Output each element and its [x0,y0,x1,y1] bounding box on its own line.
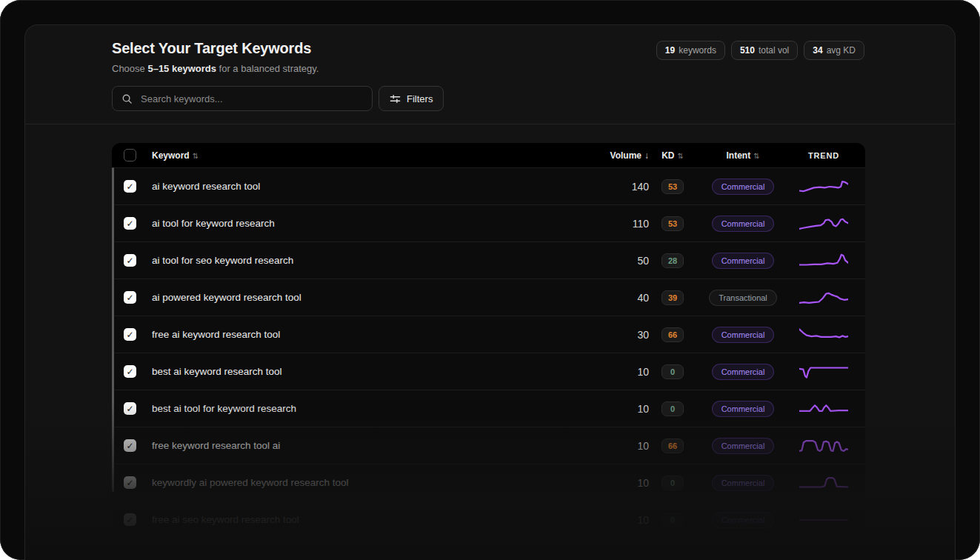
column-header-keyword-label: Keyword [152,150,190,161]
toolbar: Filters [112,86,444,111]
row-checkbox[interactable]: ✓ [124,254,136,267]
app-window: Select Your Target Keywords Choose 5–15 … [0,0,980,560]
trend-sparkline [799,401,848,417]
page-subtitle: Choose 5–15 keywords for a balanced stra… [112,63,319,74]
table-row[interactable]: ✓ai keyword research tool14053Commercial [112,167,865,204]
kd-badge: 39 [661,290,684,305]
keyword-cell: ai keyword research tool [152,181,567,192]
filters-button[interactable]: Filters [379,86,444,111]
row-checkbox[interactable]: ✓ [124,291,136,304]
row-checkbox[interactable]: ✓ [124,476,136,489]
kd-badge: 28 [661,253,684,268]
search-input-wrapper[interactable] [112,86,373,111]
table-row[interactable]: ✓best ai tool for keyword research100Com… [112,390,865,427]
stat-total-volume-value: 510 [740,45,755,56]
stat-total-volume: 510total vol [731,41,798,60]
trend-sparkline [799,438,848,454]
subtitle-prefix: Choose [112,63,147,74]
kd-badge: 66 [661,439,684,453]
keyword-cell: best ai keyword research tool [152,366,567,377]
row-checkbox[interactable]: ✓ [124,328,136,341]
stat-avg-kd-label: avg KD [827,45,856,56]
trend-sparkline [799,290,848,306]
table-row[interactable]: ✓ai tool for keyword research11053Commer… [112,204,865,241]
keyword-cell: best ai tool for keyword research [152,403,567,414]
row-checkbox[interactable]: ✓ [124,217,136,230]
stat-keywords-count: 19keywords [656,41,725,60]
sort-icon: ⇅ [677,152,683,160]
stats-badges: 19keywords 510total vol 34avg KD [656,41,864,60]
row-checkbox[interactable]: ✓ [124,513,136,526]
trend-sparkline [799,364,848,380]
select-all-checkbox[interactable] [124,149,136,161]
intent-badge: Commercial [712,475,775,491]
keyword-cell: free ai keyword research tool [152,329,567,340]
trend-sparkline [799,512,848,528]
sliders-icon [390,93,401,104]
scrollbar-thumb[interactable] [112,167,114,492]
column-header-kd-label: KD [661,150,674,161]
intent-badge: Commercial [712,401,775,417]
table-row[interactable]: ✓free ai keyword research tool3066Commer… [112,316,865,353]
page-background: Select Your Target Keywords Choose 5–15 … [0,0,980,560]
trend-sparkline [799,216,848,232]
volume-cell: 10 [567,403,649,415]
volume-cell: 10 [567,514,649,526]
keyword-selection-panel: Select Your Target Keywords Choose 5–15 … [24,24,956,560]
column-header-intent[interactable]: Intent⇅ [696,150,790,161]
volume-cell: 30 [567,329,649,341]
column-header-kd[interactable]: KD⇅ [649,150,696,161]
table-row[interactable]: ✓ai powered keyword research tool4039Tra… [112,279,865,316]
table-row[interactable]: ✓free keyword research tool ai1066Commer… [112,427,865,464]
stat-avg-kd: 34avg KD [804,41,864,60]
column-header-keyword[interactable]: Keyword⇅ [152,150,567,161]
intent-badge: Commercial [712,179,775,195]
trend-sparkline [799,475,848,491]
column-header-volume[interactable]: Volume↓ [567,150,649,161]
kd-badge: 66 [661,327,684,342]
sort-icon: ⇅ [193,152,199,160]
keyword-cell: ai tool for keyword research [152,218,567,229]
volume-cell: 50 [567,255,649,267]
stat-keywords-value: 19 [665,45,675,56]
intent-badge: Commercial [712,364,775,380]
trend-sparkline [799,253,848,269]
intent-badge: Commercial [712,216,775,232]
table-header-row: Keyword⇅ Volume↓ KD⇅ Intent⇅ TREND [112,143,865,167]
filters-button-label: Filters [407,93,433,104]
keyword-cell: ai tool for seo keyword research [152,255,567,266]
trend-sparkline [799,179,848,195]
panel-header: Select Your Target Keywords Choose 5–15 … [112,40,319,74]
sort-icon: ⇅ [753,152,759,160]
kd-badge: 0 [661,476,684,490]
intent-badge: Transactional [709,290,777,306]
stat-total-volume-label: total vol [759,45,789,56]
stat-avg-kd-value: 34 [813,45,822,56]
subtitle-strong: 5–15 keywords [147,63,216,74]
row-checkbox[interactable]: ✓ [124,365,136,378]
kd-badge: 0 [661,401,684,416]
intent-badge: Commercial [712,327,775,343]
column-header-trend-label: TREND [808,151,839,160]
trend-sparkline [799,327,848,343]
table-body: ✓ai keyword research tool14053Commercial… [112,167,865,538]
intent-badge: Commercial [712,253,775,269]
volume-cell: 140 [567,181,649,193]
volume-cell: 110 [567,218,649,230]
kd-badge: 53 [661,216,684,231]
table-row[interactable]: ✓keywordly ai powered keyword research t… [112,464,865,501]
column-header-trend: TREND [790,151,858,160]
column-header-intent-label: Intent [726,150,750,161]
row-checkbox[interactable]: ✓ [124,439,136,452]
table-row[interactable]: ✓free ai seo keyword research tool100Com… [112,501,865,538]
subtitle-suffix: for a balanced strategy. [216,63,319,74]
volume-cell: 10 [567,366,649,378]
table-row[interactable]: ✓best ai keyword research tool100Commerc… [112,353,865,390]
table-row[interactable]: ✓ai tool for seo keyword research5028Com… [112,241,865,279]
keyword-cell: keywordly ai powered keyword research to… [152,477,567,488]
search-input[interactable] [139,93,363,105]
kd-badge: 0 [661,364,684,379]
row-checkbox[interactable]: ✓ [124,180,136,193]
intent-badge: Commercial [712,438,775,454]
row-checkbox[interactable]: ✓ [124,402,136,415]
